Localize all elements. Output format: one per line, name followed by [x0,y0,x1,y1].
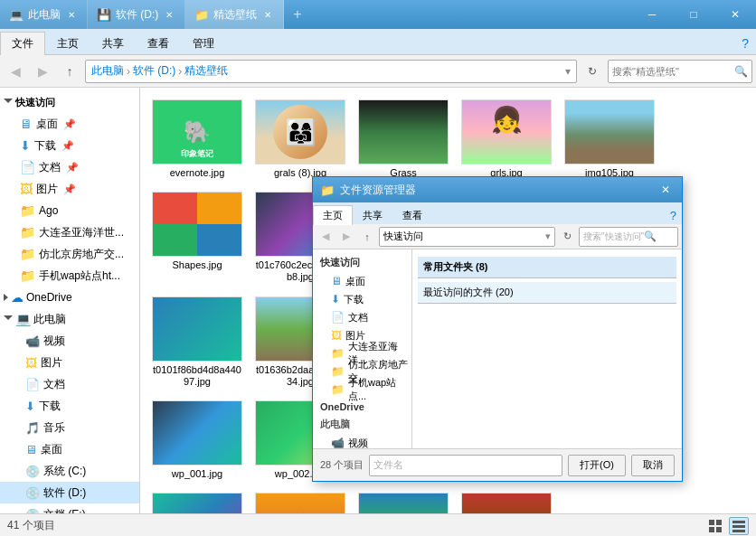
dialog-section-thispc: 此电脑 [313,415,411,434]
dialog-address-bar: ◀ ▶ ↑ 快速访问 ▾ ↻ 搜索"快速访问" 🔍 [313,224,682,249]
dialog-sidebar: 快速访问 🖥 桌面 ⬇ 下载 📄 文档 🖼 图片 � [313,249,412,448]
dialog-sidebar-item[interactable]: ⬇ 下载 [313,290,411,308]
recent-folders-label: 常用文件夹 (8) [423,260,488,274]
recent-folders-header: 常用文件夹 (8) [418,257,676,278]
file-dialog: 📁 文件资源管理器 ✕ 主页 共享 查看 ? ◀ ▶ ↑ 快速访问 ▾ ↻ 搜 [312,176,683,482]
dialog-sidebar-item[interactable]: 📹 视频 [313,434,411,448]
dialog-title-bar: 📁 文件资源管理器 ✕ [313,177,682,202]
dialog-overlay: 📁 文件资源管理器 ✕ 主页 共享 查看 ? ◀ ▶ ↑ 快速访问 ▾ ↻ 搜 [0,0,756,536]
video-icon: 📹 [331,437,345,448]
dialog-sidebar-item[interactable]: 📁 手机wap站点... [313,381,411,399]
folder-icon: 📁 [331,347,345,360]
dialog-sidebar-item[interactable]: 📄 文档 [313,308,411,326]
dialog-search-box[interactable]: 搜索"快速访问" 🔍 [579,227,678,247]
dialog-tab-home[interactable]: 主页 [313,205,353,225]
download-icon: ⬇ [331,293,340,306]
dialog-back-btn[interactable]: ◀ [317,228,335,246]
dialog-content: 常用文件夹 (8) 最近访问的文件 (20) [412,249,682,448]
item-label: 文档 [348,311,368,324]
dialog-search-icon: 🔍 [644,230,657,242]
dialog-sidebar-item[interactable]: 🖥 桌面 [313,272,411,290]
item-label: 桌面 [345,275,365,288]
count-label: 28 个项目 [320,458,364,472]
dialog-help-btn[interactable]: ? [670,209,676,222]
dialog-ribbon-tabs: 主页 共享 查看 ? [313,202,682,224]
dialog-filename-field[interactable]: 文件名 [369,455,562,476]
dialog-search-placeholder: 搜索"快速访问" [583,230,644,243]
item-label: 下载 [344,293,364,306]
folder-icon: 📁 [331,383,345,396]
recent-files-header: 最近访问的文件 (20) [418,282,676,304]
dialog-tab-share[interactable]: 共享 [353,205,392,225]
dialog-open-btn[interactable]: 打开(O) [568,455,626,476]
dialog-content-inner: 常用文件夹 (8) 最近访问的文件 (20) [416,253,678,307]
dialog-section-quickaccess: 快速访问 [313,253,411,272]
dialog-tab-view[interactable]: 查看 [392,205,432,225]
folder-icon: 📁 [331,365,345,378]
picture-icon: 🖼 [331,329,342,342]
dialog-path-dropdown[interactable]: ▾ [545,230,551,242]
dialog-close-btn[interactable]: ✕ [657,181,675,199]
item-label: 视频 [348,437,368,449]
item-label: 手机wap站点... [348,376,411,403]
dialog-up-btn[interactable]: ↑ [358,228,376,246]
dialog-cancel-btn[interactable]: 取消 [631,455,675,476]
dialog-bottom: 28 个项目 文件名 打开(O) 取消 [313,448,682,481]
dialog-body: 快速访问 🖥 桌面 ⬇ 下载 📄 文档 🖼 图片 � [313,249,682,448]
filename-placeholder: 文件名 [373,458,403,472]
dialog-folder-icon: 📁 [320,183,335,197]
dialog-title: 文件资源管理器 [340,183,416,198]
dialog-address-path[interactable]: 快速访问 ▾ [379,227,555,247]
document-icon: 📄 [331,311,345,324]
recent-files-label: 最近访问的文件 (20) [423,286,514,299]
dialog-breadcrumb: 快速访问 [383,230,423,243]
dialog-refresh-btn[interactable]: ↻ [558,228,576,246]
dialog-forward-btn[interactable]: ▶ [337,228,355,246]
desktop-icon: 🖥 [331,275,342,287]
